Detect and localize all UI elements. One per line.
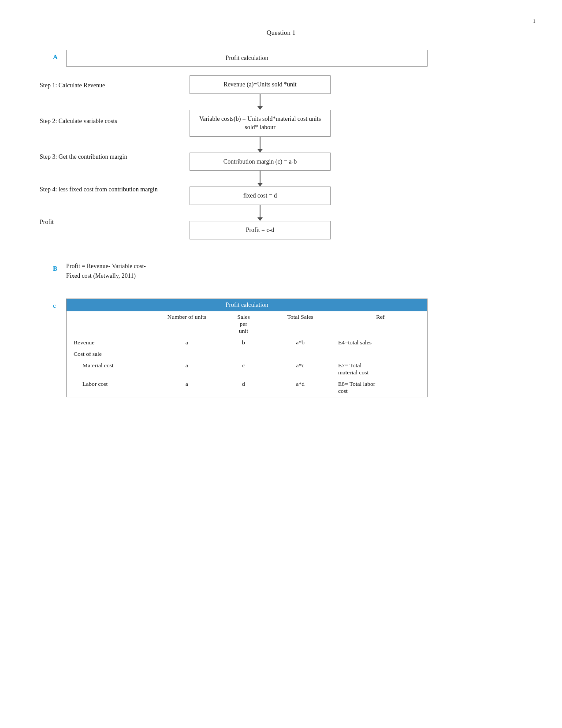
revenue-num-units: a: [153, 337, 220, 348]
section-c-label: c: [53, 302, 62, 310]
material-cost-ref: E7= Totalmaterial cost: [334, 360, 427, 378]
steps-column: Step 1: Calculate Revenue Step 2: Calcul…: [40, 75, 172, 239]
flow-box-fixed-cost: fixed cost = d: [190, 187, 331, 205]
question-title: Question 1: [26, 29, 536, 37]
col-header-num-units: Number of units: [153, 311, 220, 337]
revenue-total-sales: a*b: [267, 337, 333, 348]
step3: Step 3: Get the contribution margin: [40, 147, 172, 167]
step1: Step 1: Calculate Revenue: [40, 75, 172, 96]
table-row-revenue: Revenue a b a*b E4=total sales: [67, 337, 427, 348]
flow-box-revenue: Revenue (a)=Units sold *unit: [190, 75, 331, 94]
flow-box-profit: Profit = c-d: [190, 221, 331, 239]
col-header-sales-per-unit: Salesperunit: [220, 311, 267, 337]
labor-cost-num-units: a: [153, 378, 220, 397]
profit-table: Number of units Salesperunit Total Sales…: [67, 311, 427, 397]
arrow-4: [257, 205, 263, 221]
table-col-header-row: Number of units Salesperunit Total Sales…: [67, 311, 427, 337]
arrow-3: [257, 171, 263, 187]
labor-cost-sales: d: [220, 378, 267, 397]
arrow-1: [257, 94, 263, 110]
flow-box-variable: Variable costs(b) = Units sold*material …: [190, 110, 331, 137]
arrow-2: [257, 137, 263, 153]
material-cost-sales: c: [220, 360, 267, 378]
cost-of-sale-num-units: [153, 348, 220, 360]
col-header-total-sales: Total Sales: [267, 311, 333, 337]
step4: Step 4: less fixed cost from contributio…: [40, 179, 172, 200]
page-number: 1: [26, 18, 536, 25]
cost-of-sale-sales: [220, 348, 267, 360]
profit-table-wrapper: Profit calculation Number of units Sales…: [66, 299, 428, 397]
material-cost-label: Material cost: [67, 360, 153, 378]
section-b-text: Profit = Revenue- Variable cost- Fixed c…: [66, 261, 146, 281]
revenue-label: Revenue: [67, 337, 153, 348]
table-row-labor-cost: Labor cost a d a*d E8= Total laborcost: [67, 378, 427, 397]
material-cost-num-units: a: [153, 360, 220, 378]
step2: Step 2: Calculate variable costs: [40, 108, 172, 134]
col-header-label: [67, 311, 153, 337]
table-header: Profit calculation: [67, 299, 427, 311]
profit-calc-box-a: Profit calculation: [66, 50, 428, 67]
material-cost-total: a*c: [267, 360, 333, 378]
cost-of-sale-label: Cost of sale: [67, 348, 153, 360]
cost-of-sale-total: [267, 348, 333, 360]
section-b-label: B: [53, 265, 62, 273]
table-row-cost-of-sale: Cost of sale: [67, 348, 427, 360]
col-header-ref: Ref: [334, 311, 427, 337]
labor-cost-label: Labor cost: [67, 378, 153, 397]
labor-cost-ref: E8= Total laborcost: [334, 378, 427, 397]
flow-box-contribution: Contribution margin (c) = a-b: [190, 153, 331, 171]
revenue-ref: E4=total sales: [334, 337, 427, 348]
table-row-material-cost: Material cost a c a*c E7= Totalmaterial …: [67, 360, 427, 378]
flow-column: Revenue (a)=Units sold *unit Variable co…: [190, 75, 331, 239]
cost-of-sale-ref: [334, 348, 427, 360]
profit-step: Profit: [40, 212, 172, 232]
labor-cost-total: a*d: [267, 378, 333, 397]
section-a-label: A: [53, 53, 62, 61]
revenue-sales-per-unit: b: [220, 337, 267, 348]
